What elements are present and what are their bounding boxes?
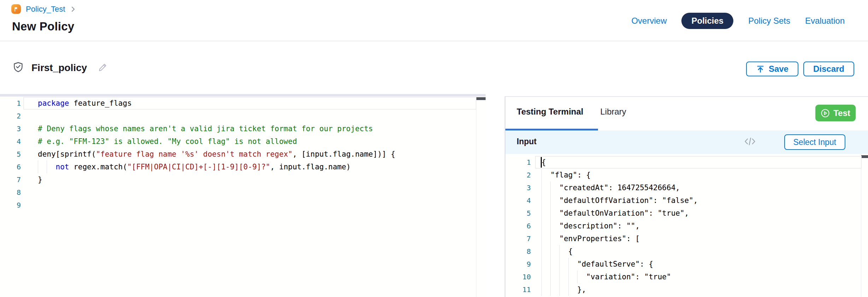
upload-icon [756, 65, 765, 74]
code-line: 5deny[sprintf("feature flag name '%s' do… [0, 148, 486, 161]
line-number: 3 [0, 122, 21, 135]
indent-guide [550, 220, 551, 232]
indent-guide [541, 232, 542, 245]
nav-item-policy-sets[interactable]: Policy Sets [748, 16, 790, 26]
indent-guide [541, 220, 542, 232]
indent-guide [541, 194, 542, 207]
input-json-lines: 1{2 "flag": {3 "createdAt": 164725542666… [505, 156, 868, 296]
shield-check-icon [13, 62, 24, 74]
line-number: 2 [0, 110, 21, 122]
indent-guide [550, 207, 551, 220]
code-line: 4 "defaultOffVariation": "false", [505, 194, 868, 207]
indent-guide [541, 207, 542, 220]
indent-guide [541, 258, 542, 270]
select-input-button[interactable]: Select Input [784, 134, 845, 150]
code-line: 2 "flag": { [505, 169, 868, 181]
line-number: 5 [505, 207, 531, 220]
code-line: 1package feature_flags [0, 97, 486, 110]
code-line: 3 "createdAt": 1647255426664, [505, 181, 868, 194]
indent-guide [550, 194, 551, 207]
indent-guide [550, 245, 551, 258]
page-title: New Policy [12, 20, 74, 33]
indent-guide [568, 258, 569, 270]
tab-library[interactable]: Library [600, 107, 626, 117]
line-number: 4 [505, 194, 531, 207]
indent-guide [550, 283, 551, 296]
page-header: Policy_Test New Policy Overview Policies… [0, 0, 868, 41]
panel-tabs: Testing Terminal Library [517, 107, 626, 117]
line-number: 1 [0, 97, 21, 110]
code-line: 4# e.g. "FFM-123" is allowed. "My cool f… [0, 135, 486, 148]
code-line: 6 not regex.match("[FFM|OPA|CI|CD]+[-][1… [0, 161, 486, 173]
indent-guide [559, 283, 560, 296]
breadcrumb: Policy_Test [11, 4, 76, 14]
code-line: 11 }, [505, 283, 868, 296]
indent-guide [541, 181, 542, 194]
input-header-band: Input Select Input [505, 130, 868, 154]
feature-flags-module-icon [11, 4, 21, 14]
code-line: 3# Deny flags whose names aren't a valid… [0, 122, 486, 135]
indent-guide [541, 270, 542, 283]
indent-guide [568, 270, 569, 283]
indent-guide [38, 161, 38, 173]
breadcrumb-project-link[interactable]: Policy_Test [26, 5, 65, 14]
line-number: 7 [505, 232, 531, 245]
chevron-right-icon [70, 6, 76, 12]
line-number: 10 [505, 270, 531, 283]
code-line: 8 [0, 186, 486, 199]
indent-guide [47, 161, 47, 173]
indent-guide [541, 283, 542, 296]
indent-guide [550, 181, 551, 194]
flag-glyph [13, 6, 19, 12]
nav-item-evaluation[interactable]: Evaluation [805, 16, 845, 26]
save-button[interactable]: Save [746, 62, 798, 76]
policy-code-editor[interactable]: 1package feature_flags23# Deny flags who… [0, 94, 486, 297]
text-caret [541, 157, 542, 168]
top-nav: Overview Policies Policy Sets Evaluation [631, 13, 845, 29]
code-line: 2 [0, 110, 486, 122]
code-line: 7 "envProperties": [ [505, 232, 868, 245]
code-line: 7} [0, 173, 486, 186]
nav-item-policies[interactable]: Policies [681, 13, 733, 29]
line-number: 9 [505, 258, 531, 270]
input-label: Input [517, 137, 536, 146]
editor-top-scrollband [0, 94, 486, 97]
indent-guide [550, 232, 551, 245]
indent-guide [559, 258, 560, 270]
line-number: 7 [0, 173, 21, 186]
testing-panel: Testing Terminal Library Test Input Sele… [505, 96, 868, 297]
edit-pencil-icon[interactable] [98, 62, 108, 74]
indent-guide [577, 270, 577, 283]
line-number: 8 [0, 186, 21, 199]
test-button[interactable]: Test [815, 105, 856, 121]
code-line: 1{ [505, 156, 868, 169]
line-number: 5 [0, 148, 21, 161]
test-button-label: Test [833, 108, 850, 118]
nav-item-overview[interactable]: Overview [631, 16, 667, 26]
line-number: 1 [505, 156, 531, 169]
line-number: 9 [0, 199, 21, 211]
code-line: 6 "description": "", [505, 220, 868, 232]
indent-guide [559, 245, 560, 258]
line-number: 11 [505, 283, 531, 296]
policy-toolbar: First_policy Save Discard [0, 62, 868, 79]
policy-name: First_policy [31, 62, 87, 74]
discard-button[interactable]: Discard [803, 62, 854, 76]
indent-guide [550, 270, 551, 283]
indent-guide [541, 169, 542, 181]
indent-guide [559, 270, 560, 283]
line-number: 6 [0, 161, 21, 173]
line-number: 3 [505, 181, 531, 194]
line-number: 6 [505, 220, 531, 232]
code-line: 8 { [505, 245, 868, 258]
line-number: 4 [0, 135, 21, 148]
tab-testing-terminal[interactable]: Testing Terminal [517, 107, 583, 117]
code-line: 10 "variation": "true" [505, 270, 868, 283]
indent-guide [550, 258, 551, 270]
code-brackets-icon[interactable] [744, 136, 756, 148]
code-line: 9 [0, 199, 486, 211]
line-number: 2 [505, 169, 531, 181]
play-circle-icon [821, 109, 830, 118]
save-button-label: Save [769, 64, 788, 74]
input-json-editor[interactable]: 1{2 "flag": {3 "createdAt": 164725542666… [505, 154, 868, 297]
